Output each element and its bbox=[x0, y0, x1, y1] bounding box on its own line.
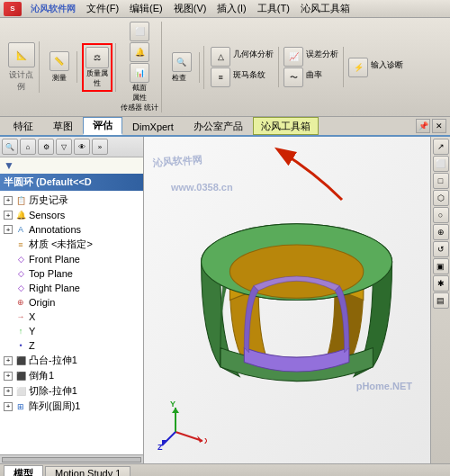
curve-label: 曲率 bbox=[304, 67, 324, 87]
tab-close-btn[interactable]: ✕ bbox=[432, 119, 446, 133]
right-toolbar: ↗ ⬜ □ ⬡ ○ ⊕ ↺ ▣ ✱ ▤ bbox=[430, 137, 450, 463]
lp-home-btn[interactable]: ⌂ bbox=[20, 139, 36, 155]
menu-file[interactable]: 文件(F) bbox=[81, 2, 124, 15]
curve-btn[interactable]: 〜 bbox=[284, 67, 303, 87]
toolbar-section: ⬜ 🔔 📊 截面属性传感器 统计 bbox=[118, 22, 162, 112]
menu-tools[interactable]: 工具(T) bbox=[252, 2, 295, 15]
error-analysis-btn[interactable]: 📈 bbox=[284, 47, 303, 67]
svg-text:X: X bbox=[204, 436, 207, 445]
geometry-row: △ 几何体分析 bbox=[211, 47, 275, 67]
menu-addon[interactable]: 沁风工具箱 bbox=[295, 2, 356, 15]
tree-label-material: 材质 <未指定> bbox=[29, 238, 93, 251]
tree-item-chamfer[interactable]: + ⬛ 倒角1 bbox=[2, 368, 141, 383]
ribbon-tabs: 特征 草图 评估 DimXpert 办公室产品 沁风工具箱 📌 ✕ bbox=[0, 117, 450, 137]
tree-item-z[interactable]: • Z bbox=[2, 338, 141, 353]
tree-header: 半圆环 (Default<<D bbox=[0, 174, 143, 191]
tree-item-annotations[interactable]: + A Annotations bbox=[2, 222, 141, 237]
tree-expand-boss1[interactable]: + bbox=[4, 356, 13, 365]
rt-icon-8[interactable]: ▣ bbox=[433, 258, 449, 274]
tree-item-cut[interactable]: + ⬜ 切除-拉伸1 bbox=[2, 383, 141, 399]
quality-highlight: ⚖ 质量属性 bbox=[82, 43, 112, 92]
tree-item-y[interactable]: ↑ Y bbox=[2, 324, 141, 338]
tree-item-pattern[interactable]: + ⊞ 阵列(圆周)1 bbox=[2, 399, 141, 414]
tab-office[interactable]: 办公室产品 bbox=[184, 117, 253, 135]
viewport[interactable]: 沁风软件网 www.0358.cn pHome.NET bbox=[144, 137, 430, 463]
filter-row: ▼ bbox=[0, 157, 143, 174]
tree-item-origin[interactable]: ⊕ Origin bbox=[2, 295, 141, 310]
rt-icon-9[interactable]: ✱ bbox=[433, 275, 449, 292]
menu-edit[interactable]: 编辑(E) bbox=[124, 2, 168, 15]
menu-software[interactable]: 沁风软件网 bbox=[25, 3, 81, 15]
tree-label-cut: 切除-拉伸1 bbox=[29, 384, 77, 398]
geometry-icons: △ 几何体分析 ≡ 斑马条纹 bbox=[211, 47, 275, 87]
tree-item-history[interactable]: + 📋 历史记录 bbox=[2, 193, 141, 208]
tree-expand-sensors[interactable]: + bbox=[4, 211, 13, 220]
rt-icon-6[interactable]: ⊕ bbox=[433, 224, 449, 240]
tab-sketch[interactable]: 草图 bbox=[43, 117, 83, 135]
divider1 bbox=[203, 46, 204, 89]
svg-text:Y: Y bbox=[170, 400, 176, 409]
rt-icon-7[interactable]: ↺ bbox=[433, 241, 449, 257]
toolbar-area: 📐 设计点例 📏 测量 ⚖ 质量属性 ⬜ 🔔 📊 截面属性传感 bbox=[0, 18, 450, 117]
tree-label-y: Y bbox=[29, 326, 35, 337]
rt-icon-10[interactable]: ▤ bbox=[433, 292, 449, 309]
menu-insert[interactable]: 插入(I) bbox=[212, 2, 251, 15]
inspect-button[interactable]: 🔍 bbox=[172, 52, 192, 72]
design-point-button[interactable]: 📐 bbox=[8, 42, 35, 67]
tree-scrollbar[interactable] bbox=[0, 454, 143, 463]
tab-dimxpert[interactable]: DimXpert bbox=[122, 117, 184, 135]
tree-item-boss1[interactable]: + ⬛ 凸台-拉伸1 bbox=[2, 353, 141, 368]
tree-item-material[interactable]: ≡ 材质 <未指定> bbox=[2, 237, 141, 252]
section-prop-button[interactable]: ⬜ bbox=[130, 22, 149, 41]
tree-item-x[interactable]: → X bbox=[2, 310, 141, 324]
tree-expand-chamfer[interactable]: + bbox=[4, 372, 13, 381]
sensor-button[interactable]: 🔔 bbox=[130, 42, 149, 62]
tree-item-sensors[interactable]: + 🔔 Sensors bbox=[2, 208, 141, 222]
tree-expand-pattern[interactable]: + bbox=[4, 402, 13, 411]
rt-icon-3[interactable]: □ bbox=[433, 173, 449, 189]
lp-more-btn[interactable]: » bbox=[92, 139, 108, 155]
zebra-row: ≡ 斑马条纹 bbox=[211, 67, 275, 87]
lp-eye-btn[interactable]: 👁 bbox=[74, 139, 90, 155]
rt-icon-2[interactable]: ⬜ bbox=[433, 156, 449, 172]
zebra-btn[interactable]: ≡ bbox=[211, 67, 230, 87]
rt-icon-5[interactable]: ○ bbox=[433, 207, 449, 223]
tree-expand-history[interactable]: + bbox=[4, 196, 13, 205]
svg-line-4 bbox=[176, 432, 202, 441]
tab-evaluate[interactable]: 评估 bbox=[83, 117, 122, 135]
tab-controls: 📌 ✕ bbox=[416, 119, 446, 133]
error-label: 误差分析 bbox=[304, 47, 340, 67]
design-label: 设计点例 bbox=[9, 69, 33, 93]
quality-button[interactable]: ⚖ bbox=[86, 47, 109, 68]
tab-motion[interactable]: Motion Study 1 bbox=[45, 466, 130, 476]
lp-gear-btn[interactable]: ⚙ bbox=[38, 139, 54, 155]
lp-filter-btn[interactable]: ▽ bbox=[56, 139, 72, 155]
tree-item-top-plane[interactable]: ◇ Top Plane bbox=[2, 266, 141, 281]
tree-item-front-plane[interactable]: ◇ Front Plane bbox=[2, 252, 141, 266]
stats-button[interactable]: 📊 bbox=[130, 63, 149, 83]
tab-addon[interactable]: 沁风工具箱 bbox=[253, 117, 319, 135]
tab-model[interactable]: 模型 bbox=[4, 465, 43, 477]
rt-icon-1[interactable]: ↗ bbox=[433, 139, 449, 155]
measure-label: 测量 bbox=[50, 72, 69, 83]
app-logo: S bbox=[4, 2, 22, 16]
tree-label-z: Z bbox=[29, 340, 35, 351]
material-icon: ≡ bbox=[14, 238, 27, 251]
menu-view[interactable]: 视图(V) bbox=[168, 2, 212, 15]
measure-button[interactable]: 📏 bbox=[50, 51, 69, 71]
diagnose-btn[interactable]: ⚡ bbox=[348, 58, 368, 77]
tree-expand-cut[interactable]: + bbox=[4, 387, 13, 396]
tree-expand-annotations[interactable]: + bbox=[4, 225, 13, 234]
rt-icon-4[interactable]: ⬡ bbox=[433, 190, 449, 206]
tab-features[interactable]: 特征 bbox=[4, 117, 43, 135]
tab-pin-btn[interactable]: 📌 bbox=[416, 119, 430, 133]
diagnose-row: ⚡ 输入诊断 bbox=[348, 58, 405, 77]
toolbar-diagnose: ⚡ 输入诊断 bbox=[346, 58, 408, 77]
error-icons: 📈 误差分析 〜 曲率 bbox=[284, 47, 340, 87]
tree-label-x: X bbox=[29, 311, 35, 322]
lp-search-btn[interactable]: 🔍 bbox=[2, 139, 18, 155]
toolbar-row: 📐 设计点例 📏 测量 ⚖ 质量属性 ⬜ 🔔 📊 截面属性传感 bbox=[0, 20, 450, 114]
inspect-icons: 🔍 检查 bbox=[172, 52, 192, 83]
geometry-btn[interactable]: △ bbox=[211, 47, 230, 67]
tree-item-right-plane[interactable]: ◇ Right Plane bbox=[2, 281, 141, 295]
